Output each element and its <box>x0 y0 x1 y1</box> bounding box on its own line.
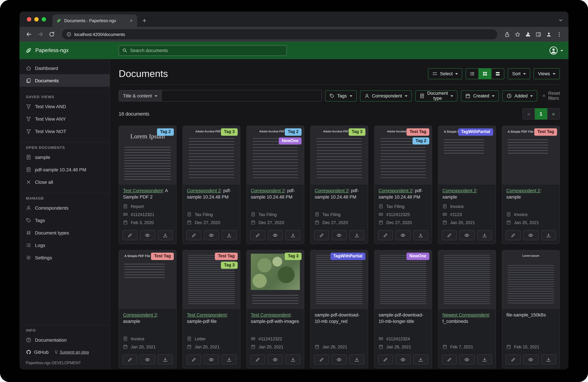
sidebar-item-document-types[interactable]: Document types <box>20 226 110 239</box>
tag-badge[interactable]: Tag 2 <box>285 128 302 136</box>
filter-text-input[interactable] <box>162 90 322 101</box>
document-thumbnail[interactable]: Adobe Acrobat PDF FilesTag 3 <box>183 126 240 184</box>
document-thumbnail[interactable] <box>438 250 496 309</box>
tab-close-icon[interactable] <box>129 19 133 23</box>
document-card[interactable]: Lorem ipsumfile-sample_150kBsFeb 15, 202… <box>502 250 560 368</box>
new-tab-button[interactable] <box>142 18 147 23</box>
edit-document-button[interactable] <box>122 354 138 364</box>
download-document-button[interactable] <box>221 230 237 240</box>
document-thumbnail[interactable]: Adobe Acrobat PDF FilesTest TagTag 2 <box>375 126 432 184</box>
edit-document-button[interactable] <box>314 354 329 364</box>
tab-list-chevron-icon[interactable] <box>558 18 563 22</box>
reset-filters-button[interactable]: Reset filters <box>542 91 560 101</box>
view-details-button[interactable] <box>492 68 504 79</box>
browser-menu-icon[interactable] <box>556 31 562 37</box>
download-document-button[interactable] <box>477 230 492 240</box>
document-card[interactable]: Adobe Acrobat PDF FilesTag 2NewOneCorres… <box>246 126 304 244</box>
correspondent-link[interactable]: Newest Correspondent <box>442 312 489 318</box>
tag-badge[interactable]: NewOne <box>406 253 429 260</box>
filter-added-button[interactable]: Added <box>503 90 537 101</box>
correspondent-link[interactable]: Test Correspondent <box>187 312 227 318</box>
sidebar-item-test-view-and[interactable]: Test View AND <box>20 100 110 113</box>
download-document-button[interactable] <box>477 354 492 364</box>
correspondent-link[interactable]: Correspondent 2 <box>315 188 348 193</box>
document-card[interactable]: NewOnesample-pdf-download-10-mb-longer-t… <box>374 250 432 368</box>
edit-document-button[interactable] <box>250 354 265 364</box>
document-card[interactable]: Lorem IpsumTag 2Test Correspondent: A Sa… <box>119 126 176 244</box>
document-title[interactable]: Correspondent 2: asample <box>123 312 172 325</box>
sidebar-item-correspondents[interactable]: Correspondents <box>20 201 110 214</box>
document-thumbnail[interactable]: Lorem IpsumTag 2 <box>119 126 176 184</box>
sidebar-item-dashboard[interactable]: Dashboard <box>20 62 110 74</box>
document-card[interactable]: A Simple PDF FileTest TagCorrespondent 2… <box>119 250 176 368</box>
document-thumbnail[interactable]: A Simple PDF FileTest Tag <box>119 250 176 309</box>
sidebar-item-sample[interactable]: sample <box>20 151 110 163</box>
correspondent-link[interactable]: Correspondent 2 <box>123 312 157 318</box>
tag-badge[interactable]: NewOne <box>279 137 302 144</box>
document-title[interactable]: Correspondent 2: pdf-sample 10.24.48 PM <box>187 188 236 201</box>
download-document-button[interactable] <box>158 354 173 364</box>
edit-document-button[interactable] <box>442 354 457 364</box>
view-document-button[interactable] <box>204 354 219 364</box>
sort-button[interactable]: Sort <box>508 68 530 79</box>
document-card[interactable]: A Simple PDF FileTagWithPartialCorrespon… <box>438 126 496 244</box>
forward-button[interactable] <box>37 31 43 37</box>
edit-document-button[interactable] <box>442 230 457 240</box>
download-document-button[interactable] <box>349 230 364 240</box>
bookmark-star-icon[interactable] <box>515 31 520 37</box>
suggest-idea-link[interactable]: Suggest an idea <box>54 350 89 354</box>
edit-document-button[interactable] <box>186 354 202 364</box>
document-title[interactable]: Correspondent 2: sample <box>506 188 555 201</box>
pagination-page-1-button[interactable]: 1 <box>535 108 547 120</box>
download-document-button[interactable] <box>285 354 301 364</box>
correspondent-link[interactable]: Correspondent 2 <box>378 188 412 193</box>
document-title[interactable]: sample-pdf-download-10-mb-longer-title <box>378 312 428 325</box>
browser-tab[interactable]: Documents - Paperless-ngx <box>52 15 137 27</box>
document-title[interactable]: Correspondent 2: sample <box>442 188 491 201</box>
edit-document-button[interactable] <box>506 354 521 364</box>
document-title[interactable]: file-sample_150kBs <box>506 312 555 319</box>
user-menu[interactable] <box>549 46 563 55</box>
reload-button[interactable] <box>49 31 55 37</box>
edit-document-button[interactable] <box>122 230 138 240</box>
select-button[interactable]: Select <box>428 68 462 79</box>
share-icon[interactable] <box>504 31 510 37</box>
correspondent-link[interactable]: Correspondent 2 <box>442 188 476 193</box>
tag-badge[interactable]: Tag 3 <box>349 128 365 136</box>
global-search[interactable] <box>119 45 287 56</box>
filter-tags-button[interactable]: Tags <box>325 90 357 101</box>
edit-document-button[interactable] <box>506 230 521 240</box>
download-document-button[interactable] <box>285 230 301 240</box>
document-title[interactable]: Test Correspondent: sample-pdf-file <box>187 312 236 325</box>
document-title[interactable]: Test Correspondent: A Sample PDF 2 <box>123 188 172 201</box>
pagination-prev-button[interactable]: « <box>523 108 535 120</box>
filter-created-button[interactable]: Created <box>461 90 499 101</box>
correspondent-link[interactable]: Correspondent 2 <box>506 188 540 193</box>
tag-badge[interactable]: Tag 2 <box>413 137 429 144</box>
download-document-button[interactable] <box>413 230 428 240</box>
view-document-button[interactable] <box>204 230 219 240</box>
document-card[interactable]: A Simple PDF FileTest TagCorrespondent 2… <box>502 126 560 244</box>
document-card[interactable]: Newest Correspondent: f_combinedsFeb 7, … <box>438 250 496 368</box>
correspondent-link[interactable]: Test Correspondent <box>251 312 291 318</box>
document-thumbnail[interactable]: Adobe Acrobat PDF FilesTag 3 <box>311 126 368 184</box>
download-document-button[interactable] <box>349 354 364 364</box>
pagination-next-button[interactable]: » <box>547 108 560 120</box>
filter-field-selector[interactable]: Title & content <box>119 90 162 101</box>
tag-badge[interactable]: Test Tag <box>534 128 557 136</box>
tag-badge[interactable]: Test Tag <box>151 253 174 260</box>
minimize-window-button[interactable] <box>34 17 39 21</box>
document-card[interactable]: Adobe Acrobat PDF FilesTag 3Corresponden… <box>183 126 240 244</box>
sidebar-item-test-view-any[interactable]: Test View ANY <box>20 113 110 125</box>
tag-badge[interactable]: Tag 3 <box>221 128 238 136</box>
download-document-button[interactable] <box>221 354 237 364</box>
sidebar-item-pdf-sample-10-24-48-pm[interactable]: pdf-sample 10.24.48 PM <box>20 163 110 176</box>
document-thumbnail[interactable]: NewOne <box>375 250 432 309</box>
filter-correspondent-button[interactable]: Correspondent <box>360 90 412 101</box>
document-card[interactable]: Test TagTag 3Test Correspondent: sample-… <box>183 250 240 368</box>
download-document-button[interactable] <box>158 230 173 240</box>
document-card[interactable]: Tag 3Test Correspondent: sample-pdf-with… <box>246 250 304 368</box>
view-document-button[interactable] <box>460 230 475 240</box>
document-thumbnail[interactable]: Adobe Acrobat PDF FilesTag 2NewOne <box>247 126 304 184</box>
sidebar-item-documents[interactable]: Documents <box>20 74 110 87</box>
